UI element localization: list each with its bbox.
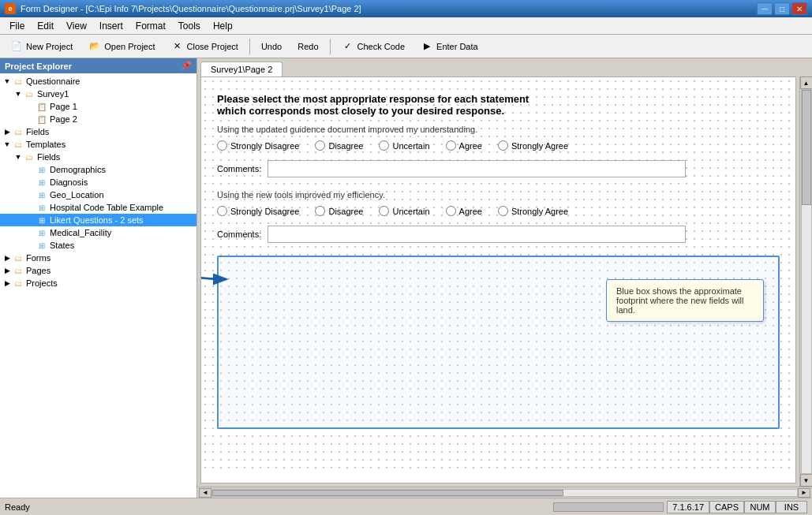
undo-button[interactable]: Undo bbox=[254, 37, 289, 56]
status-bar: Ready 7.1.6.17 CAPS NUM INS bbox=[0, 498, 812, 515]
vscroll-thumb[interactable] bbox=[802, 90, 811, 205]
tree-templates[interactable]: ▼ 🗂 Templates bbox=[0, 138, 196, 151]
tab-survey1-page2[interactable]: Survey1\Page 2 bbox=[200, 62, 283, 77]
tree-pages[interactable]: ▶ 🗂 Pages bbox=[0, 264, 196, 277]
q1-agree[interactable]: Agree bbox=[446, 140, 482, 151]
forms-icon: 🗂 bbox=[13, 252, 24, 263]
tree-geo-location[interactable]: ⊞ Geo_Location bbox=[0, 188, 196, 201]
status-caps: CAPS bbox=[709, 501, 744, 513]
q2-comment-input[interactable] bbox=[268, 226, 686, 243]
enter-data-icon: ▶ bbox=[421, 40, 433, 53]
app-icon: e bbox=[5, 3, 16, 14]
tree-page2[interactable]: 📋 Page 2 bbox=[0, 113, 196, 125]
new-project-button[interactable]: 📄 New Project bbox=[3, 37, 80, 56]
minimize-button[interactable]: ─ bbox=[757, 2, 773, 15]
tree-questionnaire[interactable]: ▼ 🗂 Questionnaire bbox=[0, 75, 196, 88]
redo-button[interactable]: Redo bbox=[290, 37, 325, 56]
states-icon: ⊞ bbox=[36, 240, 47, 251]
q2-strongly-disagree[interactable]: Strongly Disagree bbox=[217, 206, 299, 216]
menu-insert[interactable]: Insert bbox=[93, 17, 129, 34]
expander-fields-root[interactable]: ▶ bbox=[2, 126, 13, 137]
menu-tools[interactable]: Tools bbox=[172, 17, 207, 34]
close-project-button[interactable]: ✕ Close Project bbox=[164, 37, 245, 56]
check-code-button[interactable]: ✓ Check Code bbox=[335, 37, 413, 56]
folder-icon: 🗂 bbox=[13, 76, 24, 87]
check-code-icon: ✓ bbox=[342, 40, 354, 53]
tree-diagnosis[interactable]: ⊞ Diagnosis bbox=[0, 176, 196, 188]
content-area: Survey1\Page 2 Please select the most ap… bbox=[197, 58, 812, 498]
window-title: Form Designer - [C:\Epi Info 7\Projects\… bbox=[21, 4, 757, 13]
maximize-button[interactable]: □ bbox=[774, 2, 790, 15]
question1-label: Using the updated guidence document impr… bbox=[217, 125, 780, 134]
expander-demographics[interactable] bbox=[25, 164, 36, 175]
status-left: Ready bbox=[5, 502, 30, 512]
canvas-wrapper: Please select the most appropriate respo… bbox=[197, 77, 812, 487]
status-num: NUM bbox=[744, 501, 776, 513]
q1-strongly-agree[interactable]: Strongly Agree bbox=[498, 140, 568, 151]
status-ins: INS bbox=[776, 501, 807, 513]
project-explorer: Project Explorer 📌 ▼ 🗂 Questionnaire ▼ 🗂… bbox=[0, 58, 197, 498]
toolbar-separator-1 bbox=[249, 39, 250, 54]
tree-fields-root[interactable]: ▶ 🗂 Fields bbox=[0, 125, 196, 138]
expander-fields-template[interactable]: ▼ bbox=[13, 151, 24, 162]
q1-uncertain[interactable]: Uncertain bbox=[379, 140, 429, 151]
expander-page1[interactable] bbox=[25, 101, 36, 112]
tree-survey1[interactable]: ▼ 🗂 Survey1 bbox=[0, 88, 196, 100]
pages-icon: 🗂 bbox=[13, 265, 24, 276]
tree-fields-template[interactable]: ▼ 🗂 Fields bbox=[0, 151, 196, 163]
menu-edit[interactable]: Edit bbox=[31, 17, 60, 34]
page1-icon: 📋 bbox=[36, 101, 47, 112]
open-project-button[interactable]: 📂 Open Project bbox=[81, 37, 162, 56]
menu-help[interactable]: Help bbox=[207, 17, 239, 34]
diagnosis-icon: ⊞ bbox=[36, 177, 47, 188]
vscroll-track[interactable] bbox=[801, 89, 812, 474]
q2-agree[interactable]: Agree bbox=[446, 206, 482, 216]
q1-strongly-disagree[interactable]: Strongly Disagree bbox=[217, 140, 299, 151]
expander-page2[interactable] bbox=[25, 114, 36, 125]
footprint-area: Blue box shows the approximate footprint… bbox=[217, 256, 780, 429]
hscroll-right-button[interactable]: ► bbox=[798, 488, 810, 498]
form-canvas: Please select the most appropriate respo… bbox=[200, 77, 796, 483]
menu-bar: File Edit View Insert Format Tools Help bbox=[0, 17, 812, 35]
q1-comment-input[interactable] bbox=[268, 160, 686, 177]
question2-options: Strongly Disagree Disagree Uncertain Agr… bbox=[217, 206, 780, 216]
tree-page1[interactable]: 📋 Page 1 bbox=[0, 100, 196, 113]
vscroll-up-button[interactable]: ▲ bbox=[800, 77, 813, 89]
hscroll-left-button[interactable]: ◄ bbox=[199, 488, 211, 498]
tree-hospital[interactable]: ⊞ Hospital Code Table Example bbox=[0, 201, 196, 214]
expander-templates[interactable]: ▼ bbox=[2, 139, 13, 150]
expander-questionnaire[interactable]: ▼ bbox=[2, 76, 13, 87]
menu-view[interactable]: View bbox=[60, 17, 93, 34]
question2-label: Using the new tools improved my efficien… bbox=[217, 190, 780, 200]
q2-uncertain[interactable]: Uncertain bbox=[379, 206, 429, 216]
status-indicator bbox=[553, 502, 664, 512]
toolbar-separator-2 bbox=[330, 39, 331, 54]
tree-likert[interactable]: ⊞ Likert Questions - 2 sets bbox=[0, 214, 196, 226]
likert-icon: ⊞ bbox=[36, 215, 47, 226]
enter-data-button[interactable]: ▶ Enter Data bbox=[413, 37, 485, 56]
tree-demographics[interactable]: ⊞ Demographics bbox=[0, 163, 196, 176]
q2-disagree[interactable]: Disagree bbox=[315, 206, 363, 216]
tree-states[interactable]: ⊞ States bbox=[0, 239, 196, 252]
open-project-icon: 📂 bbox=[88, 40, 101, 53]
close-button[interactable]: ✕ bbox=[791, 2, 807, 15]
tree-medical[interactable]: ⊞ Medical_Facility bbox=[0, 226, 196, 239]
q1-disagree[interactable]: Disagree bbox=[315, 140, 363, 151]
vscroll-down-button[interactable]: ▼ bbox=[800, 474, 813, 487]
tree-forms[interactable]: ▶ 🗂 Forms bbox=[0, 252, 196, 264]
close-project-icon: ✕ bbox=[171, 40, 184, 53]
hscroll-thumb[interactable] bbox=[212, 490, 563, 496]
hscroll-track[interactable] bbox=[211, 489, 798, 497]
vertical-scrollbar[interactable]: ▲ ▼ bbox=[799, 77, 812, 487]
menu-file[interactable]: File bbox=[3, 17, 31, 34]
explorer-pin-icon[interactable]: 📌 bbox=[181, 61, 192, 71]
q2-strongly-agree[interactable]: Strongly Agree bbox=[498, 206, 568, 216]
toolbar: 📄 New Project 📂 Open Project ✕ Close Pro… bbox=[0, 35, 812, 58]
horizontal-scrollbar[interactable]: ◄ ► bbox=[197, 487, 812, 498]
window-controls[interactable]: ─ □ ✕ bbox=[757, 2, 807, 15]
expander-survey1[interactable]: ▼ bbox=[13, 88, 24, 99]
tree-projects[interactable]: ▶ 🗂 Projects bbox=[0, 277, 196, 289]
menu-format[interactable]: Format bbox=[129, 17, 172, 34]
medical-icon: ⊞ bbox=[36, 227, 47, 238]
main-layout: Project Explorer 📌 ▼ 🗂 Questionnaire ▼ 🗂… bbox=[0, 58, 812, 498]
